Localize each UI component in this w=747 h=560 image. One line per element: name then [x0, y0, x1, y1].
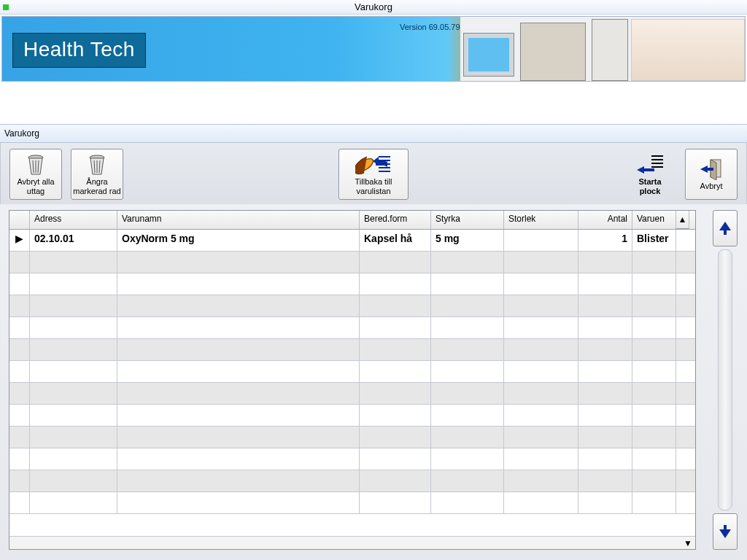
cell — [30, 273, 117, 295]
col-beredform[interactable]: Bered.form — [360, 211, 431, 229]
cell — [504, 361, 578, 383]
table-row[interactable] — [9, 405, 695, 427]
svg-rect-17 — [376, 163, 384, 166]
title-bar: Varukorg — [0, 0, 747, 15]
cell — [30, 470, 117, 492]
cell — [578, 427, 632, 448]
cell — [632, 427, 676, 448]
cell — [632, 405, 676, 427]
cell — [30, 427, 117, 448]
scroll-up-button[interactable] — [713, 210, 738, 246]
col-adress[interactable]: Adress — [30, 211, 117, 229]
table-row[interactable] — [9, 273, 695, 295]
table-row[interactable] — [9, 295, 695, 317]
table-row[interactable] — [9, 361, 695, 383]
cell — [504, 339, 578, 361]
cell — [9, 492, 30, 514]
cell — [360, 405, 431, 427]
cell — [578, 339, 632, 361]
cell — [578, 295, 632, 317]
toolbar: Avbryt alla uttag Ångra markerad rad — [0, 143, 747, 206]
cell: Blister — [632, 230, 676, 252]
cell — [504, 427, 578, 448]
cell — [632, 273, 676, 295]
cell — [117, 361, 360, 383]
cell — [360, 252, 431, 273]
table-row[interactable] — [9, 252, 695, 273]
cell — [117, 339, 360, 361]
cell — [578, 273, 632, 295]
cell — [30, 317, 117, 339]
table-row[interactable] — [9, 383, 695, 405]
cell — [360, 361, 431, 383]
cell — [9, 470, 30, 492]
cell — [578, 448, 632, 470]
table-row[interactable] — [9, 470, 695, 492]
cell — [30, 383, 117, 405]
col-varunamn[interactable]: Varunamn — [117, 211, 360, 229]
cell — [632, 383, 676, 405]
cell — [431, 295, 504, 317]
cell — [360, 492, 431, 514]
svg-rect-23 — [644, 168, 654, 171]
cell — [578, 361, 632, 383]
cell — [30, 339, 117, 361]
scroll-down-button[interactable] — [713, 513, 738, 550]
spacer — [0, 83, 747, 124]
cancel-all-button[interactable]: Avbryt alla uttag — [9, 149, 62, 200]
cell — [578, 492, 632, 514]
col-storlek[interactable]: Storlek — [504, 211, 578, 229]
table-row[interactable] — [9, 492, 695, 514]
cell — [578, 383, 632, 405]
cell — [9, 317, 30, 339]
table-row[interactable] — [9, 448, 695, 470]
grid-body: ▶02.10.01OxyNorm 5 mgKapsel hå5 mg1Blist… — [9, 230, 695, 536]
scroll-track[interactable] — [718, 249, 732, 510]
trash-icon — [26, 152, 45, 177]
cell — [578, 317, 632, 339]
table-row[interactable] — [9, 339, 695, 361]
cell — [504, 295, 578, 317]
cell — [117, 252, 360, 273]
cell — [9, 295, 30, 317]
window-title: Varukorg — [355, 1, 392, 12]
cell — [632, 295, 676, 317]
cell — [360, 448, 431, 470]
col-antal[interactable]: Antal — [578, 211, 632, 229]
cell — [632, 361, 676, 383]
cell — [360, 427, 431, 448]
dropdown-icon[interactable]: ▼ — [684, 538, 692, 548]
start-pick-button[interactable]: Starta plock — [624, 149, 676, 200]
cell — [9, 405, 30, 427]
table-row[interactable] — [9, 427, 695, 448]
cell — [431, 383, 504, 405]
col-styrka[interactable]: Styrka — [431, 211, 504, 229]
cancel-button[interactable]: Avbryt — [685, 149, 738, 200]
cell — [431, 405, 504, 427]
cell — [431, 492, 504, 514]
cell — [504, 273, 578, 295]
table-row[interactable]: ▶02.10.01OxyNorm 5 mgKapsel hå5 mg1Blist… — [9, 230, 695, 252]
button-label: Avbryt — [700, 182, 723, 190]
data-grid[interactable]: Adress Varunamn Bered.form Styrka Storle… — [9, 210, 696, 550]
cell — [504, 470, 578, 492]
button-label: Ångra markerad rad — [73, 177, 120, 195]
undo-row-button[interactable]: Ångra markerad rad — [71, 149, 123, 200]
cell — [30, 295, 117, 317]
col-varuen[interactable]: Varuen — [632, 211, 676, 229]
cell — [30, 492, 117, 514]
col-selector[interactable] — [9, 211, 30, 229]
list-arrow-icon — [635, 152, 665, 177]
exit-door-icon — [699, 157, 724, 182]
table-row[interactable] — [9, 317, 695, 339]
cell: OxyNorm 5 mg — [117, 230, 360, 252]
cell: ▶ — [9, 230, 30, 252]
cell — [632, 448, 676, 470]
cell — [117, 383, 360, 405]
cell — [30, 448, 117, 470]
back-to-list-button[interactable]: Tillbaka till varulistan — [338, 149, 409, 200]
svg-marker-28 — [719, 222, 731, 235]
cell — [9, 361, 30, 383]
header-sort-icon[interactable]: ▲ — [676, 211, 689, 229]
grid-header: Adress Varunamn Bered.form Styrka Storle… — [9, 211, 695, 230]
